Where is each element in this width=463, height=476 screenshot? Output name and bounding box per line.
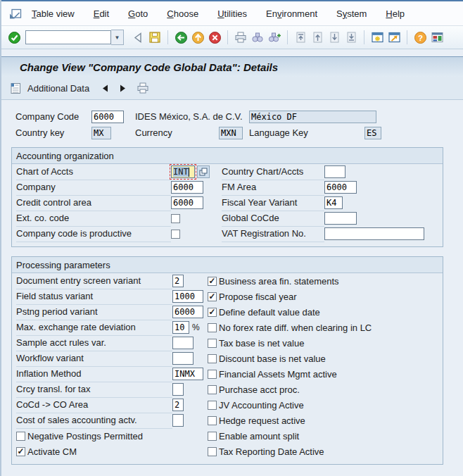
page-title: Change View "Company Code Global Data": …: [20, 61, 278, 73]
details-list-icon: [10, 82, 22, 94]
save-button[interactable]: [147, 29, 163, 46]
discount-base-net-value-checkbox[interactable]: [208, 354, 217, 363]
tax-base-net-value-checkbox[interactable]: [208, 339, 217, 348]
jv-accounting-active-checkbox[interactable]: [208, 401, 217, 410]
country-chart-accts-field[interactable]: [324, 165, 345, 178]
command-field-input[interactable]: [25, 30, 111, 44]
next-entry-button[interactable]: [119, 84, 127, 93]
vat-registration-field[interactable]: [324, 227, 424, 240]
page-down-button[interactable]: [326, 29, 342, 46]
menu-edit[interactable]: Edit: [94, 8, 109, 19]
cocd-co-area-field[interactable]: 2: [172, 399, 184, 411]
text-cursor: [189, 168, 189, 177]
processing-parameters-title: Processing parameters: [12, 257, 443, 273]
credit-control-row: Credit control area 6000 Fiscal Year Var…: [16, 195, 443, 211]
processing-row: Cost of sales accounting actv. Hedge req…: [16, 413, 443, 428]
document-entry-screen-variant-field[interactable]: 2: [172, 275, 184, 287]
pstng-period-variant-label: Pstng period variant: [16, 304, 172, 320]
city-field[interactable]: México DF: [249, 111, 376, 123]
chart-of-accts-matchcode-button[interactable]: [197, 165, 210, 178]
enter-button[interactable]: [6, 29, 22, 46]
additional-data-label: Additional Data: [27, 83, 89, 94]
cocd-co-area-label: CoCd -> CO Area: [16, 397, 172, 413]
pstng-period-variant-field[interactable]: 6000: [172, 306, 203, 318]
propose-fiscal-year-checkbox[interactable]: [208, 292, 217, 301]
menu-utilities[interactable]: Utilities: [217, 8, 247, 19]
checkbox-label: Negative Postings Permitted: [27, 431, 143, 441]
title-bar: Change View "Company Code Global Data": …: [1, 56, 463, 77]
workflow-variant-field[interactable]: [172, 352, 194, 365]
toolbar-separator: [364, 30, 364, 44]
page-up-button[interactable]: [310, 29, 325, 46]
cancel-button[interactable]: [207, 29, 222, 46]
checkbox-label: Propose fiscal year: [219, 292, 297, 302]
print-entry-button[interactable]: [137, 82, 149, 94]
back-button[interactable]: [173, 29, 189, 46]
checkbox-label: Discount base is net value: [219, 353, 326, 364]
checkbox-label: Business area fin. statements: [219, 276, 339, 287]
business-area-fin-statements-checkbox[interactable]: [208, 277, 217, 286]
new-session-button[interactable]: [369, 29, 385, 46]
menu-choose[interactable]: Choose: [167, 8, 198, 19]
crcy-transl-for-tax-label: Crcy transl. for tax: [16, 382, 172, 398]
enter-check-icon: [8, 31, 21, 44]
company-field[interactable]: 6000: [171, 181, 203, 194]
financial-assets-mgmt-checkbox[interactable]: [208, 370, 217, 379]
previous-entry-button[interactable]: [101, 84, 109, 93]
menu-table-view[interactable]: Table view: [32, 8, 75, 19]
company-name-text: IDES México, S.A. de C.V.: [135, 111, 249, 122]
ext-co-code-checkbox[interactable]: [171, 214, 180, 223]
field-status-variant-field[interactable]: 1000: [172, 290, 203, 303]
help-button[interactable]: ?: [412, 29, 428, 46]
menu-system[interactable]: System: [336, 8, 367, 19]
printer-icon: [137, 82, 149, 94]
crcy-transl-for-tax-field[interactable]: [172, 383, 184, 396]
additional-data-button[interactable]: Additional Data: [10, 80, 89, 96]
company-row: Company 6000 FM Area 6000: [16, 180, 443, 195]
find-next-button[interactable]: [267, 29, 282, 46]
fiscal-year-variant-field[interactable]: K4: [324, 196, 343, 209]
menu-goto[interactable]: Goto: [128, 8, 148, 19]
find-button[interactable]: [250, 29, 265, 46]
define-default-value-date-checkbox[interactable]: [208, 308, 217, 317]
shortcut-icon: [388, 31, 401, 44]
exit-button[interactable]: [190, 29, 205, 46]
last-page-icon: [345, 31, 357, 44]
page-up-icon: [312, 31, 324, 44]
enable-amount-split-checkbox[interactable]: [208, 432, 217, 441]
command-field-dropdown-icon[interactable]: ▼: [111, 30, 124, 45]
activate-cm-checkbox[interactable]: [16, 447, 25, 456]
global-cocde-field[interactable]: [324, 212, 357, 225]
matchcode-overlapping-squares-icon: [199, 168, 208, 176]
back-arrow-icon: [175, 31, 188, 44]
language-key-field[interactable]: ES: [364, 127, 381, 139]
max-exchange-rate-deviation-field[interactable]: 10: [172, 321, 189, 334]
first-page-button[interactable]: [293, 29, 308, 46]
menu-help[interactable]: Help: [386, 8, 405, 19]
checkbox-label: JV Accounting Active: [219, 400, 304, 411]
company-code-productive-checkbox[interactable]: [171, 230, 180, 239]
no-forex-rate-diff-checkbox[interactable]: [208, 323, 217, 332]
tax-reporting-date-active-checkbox[interactable]: [208, 447, 217, 456]
continue-button[interactable]: [130, 29, 146, 46]
credit-control-area-field[interactable]: 6000: [171, 196, 203, 209]
fm-area-field[interactable]: 6000: [324, 181, 357, 194]
chart-of-accts-field[interactable]: INT: [171, 165, 195, 178]
inflation-method-field[interactable]: INMX: [172, 368, 203, 380]
print-button[interactable]: [233, 29, 248, 46]
last-page-button[interactable]: [343, 29, 359, 46]
negative-postings-permitted-checkbox[interactable]: [16, 432, 25, 441]
cost-of-sales-accounting-actv-field[interactable]: [172, 414, 184, 427]
sample-acct-rules-var-field[interactable]: [172, 337, 194, 349]
customize-layout-button[interactable]: [429, 29, 445, 46]
country-key-field[interactable]: MX: [91, 127, 111, 139]
menu-environment[interactable]: Environment: [266, 8, 317, 19]
create-shortcut-button[interactable]: [386, 29, 402, 46]
page-down-icon: [329, 31, 341, 44]
system-menu-icon[interactable]: [8, 8, 22, 19]
currency-field[interactable]: MXN: [219, 127, 243, 139]
hedge-request-active-checkbox[interactable]: [208, 416, 217, 425]
processing-row: Inflation Method INMX Financial Assets M…: [16, 366, 443, 382]
company-code-field[interactable]: 6000: [91, 111, 124, 123]
purchase-acct-proc-checkbox[interactable]: [208, 385, 217, 394]
